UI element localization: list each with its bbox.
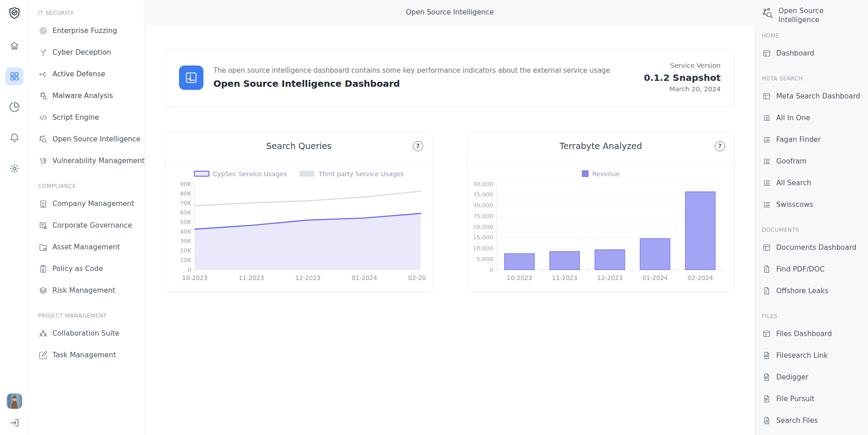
sidebar-item-goofram[interactable]: Goofram xyxy=(762,150,864,172)
service-version-value: 0.1.2 Snapshot xyxy=(644,71,721,84)
search-queries-card: Search Queries CypSec Service UsagesThir… xyxy=(165,132,433,292)
sidebar-item-offshore-leaks[interactable]: Offshore Leaks xyxy=(762,280,864,302)
bug-search-icon xyxy=(38,91,48,101)
sidebar-item-open-source-intelligence[interactable]: Open Source Intelligence xyxy=(29,128,144,150)
sidebar-item-vulnerability-management[interactable]: Vulnerability Management xyxy=(29,150,144,172)
svg-text:80K: 80K xyxy=(180,190,192,196)
sidebar-item-swisscows[interactable]: Swisscows xyxy=(762,194,864,215)
list-icon xyxy=(762,156,772,166)
legend-swatch xyxy=(582,170,589,177)
search-queries-chart: 010K20K30K40K50K60K70K80K90K10-202311-20… xyxy=(170,178,428,288)
legend-item-cypsec-service-usages[interactable]: CypSec Service Usages xyxy=(194,170,287,178)
dashboard-info-card: The open source intelligence dashboard c… xyxy=(165,49,735,107)
document-icon xyxy=(762,286,772,296)
legend-item-revenue[interactable]: Revenue xyxy=(582,170,620,178)
section-heading-meta-search: META SEARCH xyxy=(762,72,864,85)
svg-text:60K: 60K xyxy=(180,209,192,215)
terrabyte-analyzed-chart: 05,00010,00015,00020,00025,00030,00035,0… xyxy=(472,178,730,288)
section-heading-project-management: PROJECT MANAGEMENT xyxy=(29,309,144,323)
bell-icon[interactable] xyxy=(5,129,24,147)
window-icon xyxy=(762,243,772,253)
right-sidebar-title: Open Source Intelligence xyxy=(778,6,837,24)
sidebar-item-filesearch-link[interactable]: Filesearch Link xyxy=(762,345,864,366)
sidebar-item-dashboard[interactable]: Dashboard xyxy=(762,42,864,64)
sidebar-item-meta-search-dashboard[interactable]: Meta Search Dashboard xyxy=(762,85,864,107)
rail-nav xyxy=(5,37,24,178)
section-heading-documents: DOCUMENTS xyxy=(762,223,864,237)
file-gear-icon xyxy=(762,394,772,404)
dashboard-layout-icon xyxy=(179,65,203,90)
svg-text:35,000: 35,000 xyxy=(474,191,493,198)
clipboard-icon xyxy=(38,264,48,274)
sidebar-item-task-management[interactable]: Task Management xyxy=(29,344,144,366)
help-icon[interactable] xyxy=(715,141,725,151)
pie-chart-icon[interactable] xyxy=(5,98,24,116)
section-heading-files: FILES xyxy=(762,309,864,323)
charts-row: Search Queries CypSec Service UsagesThir… xyxy=(165,132,735,292)
sidebar-item-corporate-governance[interactable]: Corporate Governance xyxy=(29,215,144,236)
layers-icon xyxy=(38,285,48,295)
sidebar-item-all-in-one[interactable]: All In One xyxy=(762,107,864,129)
svg-text:11-2023: 11-2023 xyxy=(239,274,264,281)
sidebar-item-cyber-deception[interactable]: Cyber Deception xyxy=(29,42,144,63)
network-search-icon xyxy=(38,134,48,144)
sidebar-item-script-engine[interactable]: Script Engine xyxy=(29,107,144,128)
sidebar-item-active-defense[interactable]: Active Defense xyxy=(29,63,144,85)
icon-rail xyxy=(0,0,29,435)
window-icon xyxy=(762,329,772,339)
svg-text:30,000: 30,000 xyxy=(474,202,493,209)
home-icon[interactable] xyxy=(5,37,24,55)
legend-swatch xyxy=(299,171,315,177)
fuzzing-target-icon xyxy=(38,26,48,36)
svg-text:25,000: 25,000 xyxy=(474,212,493,219)
sidebar-item-asset-management[interactable]: Asset Management xyxy=(29,236,144,258)
svg-text:10K: 10K xyxy=(180,257,192,263)
document-icon xyxy=(762,264,772,274)
file-a-icon xyxy=(762,416,772,426)
search-queries-legend: CypSec Service UsagesThird party Service… xyxy=(170,170,428,178)
help-icon[interactable] xyxy=(413,141,423,151)
svg-text:10-2023: 10-2023 xyxy=(507,274,532,281)
code-icon xyxy=(38,112,48,122)
sidebar-item-find-pdf-doc[interactable]: Find PDF/DOC xyxy=(762,258,864,280)
search-queries-title: Search Queries xyxy=(266,141,332,151)
fingerprint-icon xyxy=(38,156,48,166)
sidebar-item-collaboration-suite[interactable]: Collaboration Suite xyxy=(29,323,144,344)
sidebar-item-malware-analysis[interactable]: Malware Analysis xyxy=(29,85,144,107)
sidebar-item-search-files[interactable]: Search Files xyxy=(762,410,864,431)
window-icon xyxy=(762,48,772,58)
svg-text:0: 0 xyxy=(188,266,191,273)
sidebar-item-documents-dashboard[interactable]: Documents Dashboard xyxy=(762,237,864,258)
sidebar-item-policy-as-code[interactable]: Policy as Code xyxy=(29,258,144,280)
content-panel: The open source intelligence dashboard c… xyxy=(145,24,755,435)
gear-icon[interactable] xyxy=(5,159,24,178)
terrabyte-analyzed-card: Terrabyte Analyzed Revenue 05,00010,0001… xyxy=(467,132,735,292)
list-icon xyxy=(762,200,772,210)
sidebar-item-fagan-finder[interactable]: Fagan Finder xyxy=(762,129,864,150)
right-sidebar: Open Source Intelligence HOMEDashboardME… xyxy=(756,0,868,435)
section-heading-home: HOME xyxy=(762,29,864,42)
sidebar-item-dedigger[interactable]: Dedigger xyxy=(762,366,864,388)
svg-text:40K: 40K xyxy=(180,228,192,235)
svg-text:5,000: 5,000 xyxy=(476,255,493,262)
sidebar-item-files-dashboard[interactable]: Files Dashboard xyxy=(762,323,864,345)
sidebar-item-enterprise-fuzzing[interactable]: Enterprise Fuzzing xyxy=(29,20,144,42)
flow-arrows-icon xyxy=(38,69,48,79)
svg-text:01-2024: 01-2024 xyxy=(642,274,668,281)
svg-text:70K: 70K xyxy=(180,199,192,206)
svg-text:40,000: 40,000 xyxy=(474,180,493,187)
sidebar-item-risk-management[interactable]: Risk Management xyxy=(29,280,144,301)
svg-text:15,000: 15,000 xyxy=(474,234,493,241)
dashboard-grid-icon[interactable] xyxy=(5,67,24,85)
sidebar-item-file-pursuit[interactable]: File Pursuit xyxy=(762,388,864,410)
right-sidebar-header: Open Source Intelligence xyxy=(762,6,864,24)
legend-item-third-party-service-usages[interactable]: Third party Service Usages xyxy=(299,170,404,178)
svg-text:02-2024: 02-2024 xyxy=(408,274,425,281)
logout-icon[interactable] xyxy=(7,415,22,430)
sidebar-item-company-management[interactable]: Company Management xyxy=(29,193,144,215)
sidebar-item-all-search[interactable]: All Search xyxy=(762,172,864,194)
left-sidebar: IT SECURITYEnterprise FuzzingCyber Decep… xyxy=(29,0,144,435)
list-icon xyxy=(762,135,772,145)
svg-text:01-2024: 01-2024 xyxy=(352,274,377,281)
user-avatar[interactable] xyxy=(7,393,22,409)
